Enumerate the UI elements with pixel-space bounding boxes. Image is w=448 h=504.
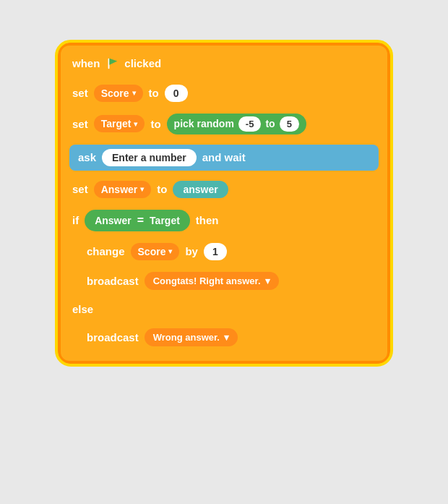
change-variable-dropdown[interactable]: Score ▾	[131, 243, 180, 260]
dropdown-arrow-4: ▾	[168, 247, 172, 255]
flag-icon	[105, 57, 119, 70]
random-min-value[interactable]: -5	[238, 116, 262, 132]
score-variable-dropdown[interactable]: Score ▾	[94, 85, 143, 102]
dropdown-arrow-6: ▾	[224, 332, 229, 343]
broadcast-label-1: broadcast	[87, 275, 139, 287]
broadcast-message-1[interactable]: Congtats! Right answer. ▾	[145, 272, 279, 290]
clicked-label: clicked	[124, 57, 161, 69]
broadcast-message-2[interactable]: Wrong answer. ▾	[145, 328, 238, 346]
score-value[interactable]: 0	[165, 85, 188, 102]
ask-block[interactable]: ask Enter a number and wait	[69, 145, 379, 171]
target-variable-dropdown[interactable]: Target ▾	[94, 115, 145, 132]
change-score-block[interactable]: change Score ▾ by 1	[87, 240, 376, 263]
pick-random-block[interactable]: pick random -5 to 5	[167, 114, 306, 134]
random-max-value[interactable]: 5	[280, 116, 299, 132]
set-answer-block[interactable]: set Answer ▾ to answer	[72, 178, 376, 201]
else-body: broadcast Wrong answer. ▾	[72, 325, 376, 349]
condition-right: Target	[150, 215, 180, 226]
to-label-3: to	[157, 183, 167, 195]
set-label-2: set	[72, 118, 88, 130]
else-row: else	[72, 299, 376, 320]
if-block[interactable]: if Answer = Target then	[72, 207, 376, 234]
change-label: change	[87, 245, 125, 257]
broadcast-label-2: broadcast	[87, 331, 139, 343]
when-clicked-block[interactable]: when clicked	[72, 54, 376, 73]
to-label-2: to	[150, 118, 160, 130]
by-label: by	[185, 245, 198, 257]
to-label-1: to	[149, 87, 159, 99]
answer-variable-dropdown[interactable]: Answer ▾	[94, 181, 152, 198]
set-label-3: set	[72, 183, 88, 195]
set-target-block[interactable]: set Target ▾ to pick random -5 to 5	[72, 111, 376, 137]
scratch-program: when clicked set Score ▾ to 0 set Targe	[22, 21, 426, 484]
set-score-block[interactable]: set Score ▾ to 0	[72, 82, 376, 105]
change-value[interactable]: 1	[204, 243, 227, 260]
condition-left: Answer	[95, 215, 132, 226]
ask-input-value[interactable]: Enter a number	[102, 149, 197, 166]
ask-label: ask	[78, 151, 96, 163]
dropdown-arrow-5: ▾	[265, 276, 270, 286]
dropdown-arrow-3: ▾	[140, 185, 144, 193]
main-script-block: when clicked set Score ▾ to 0 set Targe	[58, 43, 390, 364]
answer-value[interactable]: answer	[173, 181, 228, 198]
dropdown-arrow-2: ▾	[134, 120, 137, 128]
else-label: else	[72, 302, 93, 317]
and-wait-label: and wait	[202, 151, 246, 163]
broadcast-wrong-block[interactable]: broadcast Wrong answer. ▾	[87, 325, 376, 349]
condition-block[interactable]: Answer = Target	[85, 210, 190, 231]
set-label-1: set	[72, 87, 88, 99]
broadcast-right-block[interactable]: broadcast Congtats! Right answer. ▾	[87, 269, 376, 293]
then-label: then	[196, 214, 219, 226]
svg-rect-0	[108, 58, 110, 68]
when-label: when	[72, 57, 100, 69]
if-label: if	[72, 214, 79, 226]
if-body: change Score ▾ by 1 broadcast Congtats! …	[72, 240, 376, 293]
dropdown-arrow-1: ▾	[132, 89, 136, 97]
condition-operator: =	[137, 214, 144, 227]
